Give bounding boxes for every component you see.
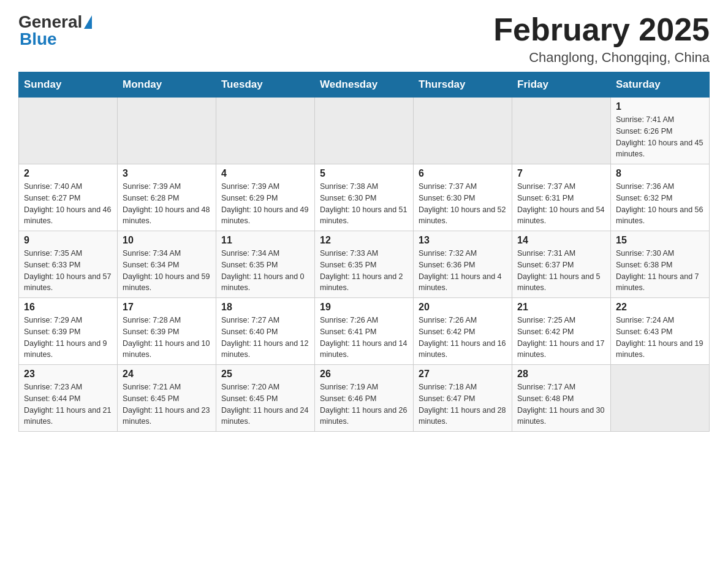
cell-week1-day3 [315, 98, 414, 164]
cell-week3-day4: 13Sunrise: 7:32 AMSunset: 6:36 PMDayligh… [414, 231, 512, 298]
cell-week4-day4: 20Sunrise: 7:26 AMSunset: 6:42 PMDayligh… [414, 298, 512, 365]
day-number: 4 [221, 168, 309, 179]
week-row-5: 23Sunrise: 7:23 AMSunset: 6:44 PMDayligh… [19, 365, 710, 432]
logo-triangle-icon [84, 15, 92, 29]
day-info: Sunrise: 7:40 AMSunset: 6:27 PMDaylight:… [24, 181, 112, 227]
header-saturday: Saturday [611, 72, 710, 98]
day-info: Sunrise: 7:26 AMSunset: 6:41 PMDaylight:… [320, 315, 408, 361]
header-sunday: Sunday [19, 72, 118, 98]
cell-week5-day6 [611, 365, 710, 432]
day-info: Sunrise: 7:24 AMSunset: 6:43 PMDaylight:… [616, 315, 704, 361]
day-number: 19 [320, 302, 408, 313]
cell-week3-day3: 12Sunrise: 7:33 AMSunset: 6:35 PMDayligh… [315, 231, 414, 298]
day-number: 12 [320, 235, 408, 246]
cell-week3-day1: 10Sunrise: 7:34 AMSunset: 6:34 PMDayligh… [118, 231, 216, 298]
day-info: Sunrise: 7:35 AMSunset: 6:33 PMDaylight:… [24, 248, 112, 294]
cell-week2-day4: 6Sunrise: 7:37 AMSunset: 6:30 PMDaylight… [414, 164, 512, 231]
day-number: 23 [24, 369, 112, 380]
cell-week2-day0: 2Sunrise: 7:40 AMSunset: 6:27 PMDaylight… [19, 164, 118, 231]
day-number: 16 [24, 302, 112, 313]
location-subtitle: Changlong, Chongqing, China [493, 50, 710, 66]
day-info: Sunrise: 7:17 AMSunset: 6:48 PMDaylight:… [517, 381, 605, 427]
cell-week5-day1: 24Sunrise: 7:21 AMSunset: 6:45 PMDayligh… [118, 365, 216, 432]
cell-week1-day6: 1Sunrise: 7:41 AMSunset: 6:26 PMDaylight… [611, 98, 710, 164]
cell-week1-day0 [19, 98, 118, 164]
day-number: 27 [419, 369, 507, 380]
day-number: 24 [123, 369, 211, 380]
day-info: Sunrise: 7:36 AMSunset: 6:32 PMDaylight:… [616, 181, 704, 227]
day-info: Sunrise: 7:32 AMSunset: 6:36 PMDaylight:… [419, 248, 507, 294]
day-number: 10 [123, 235, 211, 246]
header-friday: Friday [512, 72, 611, 98]
cell-week4-day2: 18Sunrise: 7:27 AMSunset: 6:40 PMDayligh… [216, 298, 315, 365]
day-number: 22 [616, 302, 704, 313]
weekday-header-row: Sunday Monday Tuesday Wednesday Thursday… [19, 72, 710, 98]
week-row-1: 1Sunrise: 7:41 AMSunset: 6:26 PMDaylight… [19, 98, 710, 164]
day-number: 6 [419, 168, 507, 179]
day-info: Sunrise: 7:34 AMSunset: 6:34 PMDaylight:… [123, 248, 211, 294]
day-number: 17 [123, 302, 211, 313]
month-title: February 2025 [493, 12, 710, 47]
day-number: 3 [123, 168, 211, 179]
day-number: 1 [616, 101, 704, 112]
day-info: Sunrise: 7:30 AMSunset: 6:38 PMDaylight:… [616, 248, 704, 294]
day-info: Sunrise: 7:39 AMSunset: 6:28 PMDaylight:… [123, 181, 211, 227]
day-info: Sunrise: 7:19 AMSunset: 6:46 PMDaylight:… [320, 381, 408, 427]
cell-week2-day2: 4Sunrise: 7:39 AMSunset: 6:29 PMDaylight… [216, 164, 315, 231]
cell-week5-day2: 25Sunrise: 7:20 AMSunset: 6:45 PMDayligh… [216, 365, 315, 432]
cell-week1-day5 [512, 98, 611, 164]
day-info: Sunrise: 7:26 AMSunset: 6:42 PMDaylight:… [419, 315, 507, 361]
cell-week1-day2 [216, 98, 315, 164]
day-number: 11 [221, 235, 309, 246]
day-number: 21 [517, 302, 605, 313]
cell-week2-day6: 8Sunrise: 7:36 AMSunset: 6:32 PMDaylight… [611, 164, 710, 231]
cell-week4-day1: 17Sunrise: 7:28 AMSunset: 6:39 PMDayligh… [118, 298, 216, 365]
day-info: Sunrise: 7:29 AMSunset: 6:39 PMDaylight:… [24, 315, 112, 361]
page-header: General Blue February 2025 Changlong, Ch… [18, 12, 710, 66]
day-info: Sunrise: 7:39 AMSunset: 6:29 PMDaylight:… [221, 181, 309, 227]
cell-week2-day1: 3Sunrise: 7:39 AMSunset: 6:28 PMDaylight… [118, 164, 216, 231]
day-number: 28 [517, 369, 605, 380]
day-info: Sunrise: 7:41 AMSunset: 6:26 PMDaylight:… [616, 114, 704, 160]
day-number: 18 [221, 302, 309, 313]
day-number: 14 [517, 235, 605, 246]
cell-week3-day6: 15Sunrise: 7:30 AMSunset: 6:38 PMDayligh… [611, 231, 710, 298]
cell-week3-day0: 9Sunrise: 7:35 AMSunset: 6:33 PMDaylight… [19, 231, 118, 298]
day-number: 7 [517, 168, 605, 179]
day-number: 8 [616, 168, 704, 179]
cell-week5-day5: 28Sunrise: 7:17 AMSunset: 6:48 PMDayligh… [512, 365, 611, 432]
cell-week4-day6: 22Sunrise: 7:24 AMSunset: 6:43 PMDayligh… [611, 298, 710, 365]
day-number: 2 [24, 168, 112, 179]
logo: General Blue [18, 12, 94, 49]
day-number: 15 [616, 235, 704, 246]
cell-week1-day4 [414, 98, 512, 164]
day-info: Sunrise: 7:28 AMSunset: 6:39 PMDaylight:… [123, 315, 211, 361]
cell-week1-day1 [118, 98, 216, 164]
header-thursday: Thursday [414, 72, 512, 98]
day-info: Sunrise: 7:38 AMSunset: 6:30 PMDaylight:… [320, 181, 408, 227]
day-info: Sunrise: 7:18 AMSunset: 6:47 PMDaylight:… [419, 381, 507, 427]
title-block: February 2025 Changlong, Chongqing, Chin… [493, 12, 710, 66]
day-number: 9 [24, 235, 112, 246]
cell-week5-day0: 23Sunrise: 7:23 AMSunset: 6:44 PMDayligh… [19, 365, 118, 432]
week-row-2: 2Sunrise: 7:40 AMSunset: 6:27 PMDaylight… [19, 164, 710, 231]
week-row-3: 9Sunrise: 7:35 AMSunset: 6:33 PMDaylight… [19, 231, 710, 298]
cell-week4-day0: 16Sunrise: 7:29 AMSunset: 6:39 PMDayligh… [19, 298, 118, 365]
cell-week5-day4: 27Sunrise: 7:18 AMSunset: 6:47 PMDayligh… [414, 365, 512, 432]
day-info: Sunrise: 7:23 AMSunset: 6:44 PMDaylight:… [24, 381, 112, 427]
day-info: Sunrise: 7:34 AMSunset: 6:35 PMDaylight:… [221, 248, 309, 294]
day-info: Sunrise: 7:37 AMSunset: 6:30 PMDaylight:… [419, 181, 507, 227]
header-monday: Monday [118, 72, 216, 98]
cell-week4-day3: 19Sunrise: 7:26 AMSunset: 6:41 PMDayligh… [315, 298, 414, 365]
day-info: Sunrise: 7:27 AMSunset: 6:40 PMDaylight:… [221, 315, 309, 361]
cell-week3-day5: 14Sunrise: 7:31 AMSunset: 6:37 PMDayligh… [512, 231, 611, 298]
header-wednesday: Wednesday [315, 72, 414, 98]
week-row-4: 16Sunrise: 7:29 AMSunset: 6:39 PMDayligh… [19, 298, 710, 365]
logo-blue: Blue [20, 29, 57, 48]
day-info: Sunrise: 7:37 AMSunset: 6:31 PMDaylight:… [517, 181, 605, 227]
calendar-table: Sunday Monday Tuesday Wednesday Thursday… [18, 72, 710, 432]
day-info: Sunrise: 7:25 AMSunset: 6:42 PMDaylight:… [517, 315, 605, 361]
day-info: Sunrise: 7:33 AMSunset: 6:35 PMDaylight:… [320, 248, 408, 294]
header-tuesday: Tuesday [216, 72, 315, 98]
cell-week3-day2: 11Sunrise: 7:34 AMSunset: 6:35 PMDayligh… [216, 231, 315, 298]
